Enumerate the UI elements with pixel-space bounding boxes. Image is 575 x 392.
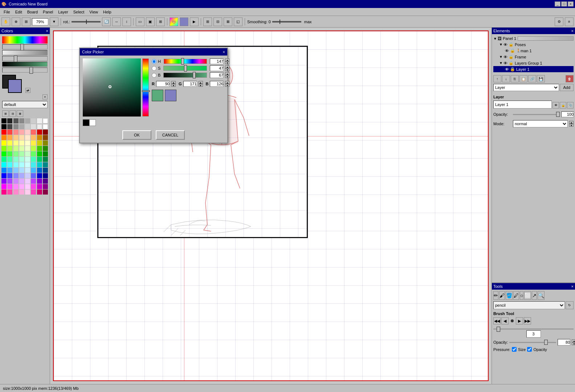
rotate-btn[interactable]: 🔄 xyxy=(102,17,111,26)
palette-cell-82[interactable] xyxy=(13,179,19,184)
palette-cell-24[interactable] xyxy=(1,140,7,146)
palette-cell-40[interactable] xyxy=(1,151,7,156)
palette-cell-39[interactable] xyxy=(43,146,48,151)
palette-cell[interactable] xyxy=(19,118,24,123)
menu-board[interactable]: Board xyxy=(25,9,40,15)
white-swatch[interactable] xyxy=(89,119,96,126)
tool-opacity-up[interactable]: ▲ xyxy=(572,339,575,342)
color-btn[interactable]: 🎨 xyxy=(170,17,178,26)
tree-man1[interactable]: 👁 🔒 🚶 man 1 xyxy=(493,48,574,54)
palette-white[interactable] xyxy=(43,118,48,123)
color2-btn[interactable] xyxy=(180,17,188,26)
h-value-input[interactable] xyxy=(210,58,224,64)
tree-layers-group[interactable]: ▼ 👁 🔒 Layers Group 1 xyxy=(493,60,574,66)
palette-cell-5[interactable] xyxy=(31,124,36,129)
layer-up-btn[interactable]: ↑ xyxy=(493,75,501,82)
palette-cell-28[interactable] xyxy=(25,140,30,146)
tree-frame[interactable]: ▼ 👁 🔒 Frame xyxy=(493,54,574,60)
tool-opacity-down[interactable]: ▼ xyxy=(572,342,575,345)
palette-cell-15[interactable] xyxy=(43,130,48,135)
h-spin-up[interactable]: ▲ xyxy=(225,58,229,61)
opacity-num[interactable] xyxy=(561,111,574,117)
tool-pen[interactable]: 🖊 xyxy=(513,291,519,300)
palette-cell-52[interactable] xyxy=(25,157,30,162)
layer-eye-btn[interactable]: 👁 xyxy=(552,102,559,109)
b2-value-input[interactable] xyxy=(210,81,224,87)
layer-link-btn[interactable]: 🔗 xyxy=(528,75,536,82)
opacity-slider[interactable] xyxy=(513,114,560,115)
b2-spin-up[interactable]: ▲ xyxy=(225,81,229,84)
palette-cell-86[interactable] xyxy=(37,179,42,184)
palette-cell-93[interactable] xyxy=(31,184,36,189)
palette-cell-89[interactable] xyxy=(7,184,12,189)
view1-btn[interactable]: ⊞ xyxy=(203,17,212,26)
palette-cell-81[interactable] xyxy=(7,179,12,184)
color-tool-3[interactable]: ⊠ xyxy=(17,110,23,117)
palette-cell[interactable] xyxy=(31,118,36,123)
palette-cell-78[interactable] xyxy=(37,173,42,178)
layer-save-btn[interactable]: 💾 xyxy=(537,75,545,82)
palette-cell-34[interactable] xyxy=(13,146,19,151)
palette-cell-33[interactable] xyxy=(7,146,12,151)
tool-fill[interactable]: 🪣 xyxy=(506,291,513,300)
palette-cell-19[interactable] xyxy=(19,135,24,140)
zoom-dropdown[interactable]: ▼ xyxy=(50,17,58,26)
palette-cell-75[interactable] xyxy=(19,173,24,178)
layer-down-btn[interactable]: ↓ xyxy=(502,75,510,82)
palette-cell-76[interactable] xyxy=(25,173,30,178)
b2-spin-down[interactable]: ▼ xyxy=(225,84,229,87)
palette-cell-44[interactable] xyxy=(25,151,30,156)
expand-poses[interactable]: ▼ xyxy=(499,42,503,46)
palette-cell-51[interactable] xyxy=(19,157,24,162)
palette-cell-31[interactable] xyxy=(43,140,48,146)
tool-pencil[interactable]: ✏ xyxy=(493,291,498,300)
r-spin-up[interactable]: ▲ xyxy=(171,81,176,84)
tree-panel1[interactable]: ▼ 🖼 Panel 1 xyxy=(493,36,574,41)
palette-cell-73[interactable] xyxy=(7,173,12,178)
bright-slider[interactable] xyxy=(2,68,48,73)
palette-cell-54[interactable] xyxy=(37,157,42,162)
swap-colors-btn[interactable]: ⇄ xyxy=(25,88,30,93)
layer-name-input[interactable] xyxy=(493,101,552,109)
view3-btn[interactable]: ⊠ xyxy=(224,17,232,26)
tool-move[interactable]: ⊕ xyxy=(12,17,20,26)
palette-cell-97[interactable] xyxy=(7,189,12,195)
palette-cell-102[interactable] xyxy=(37,189,42,195)
palette-cell-87[interactable] xyxy=(43,179,48,184)
palette-cell-100[interactable] xyxy=(25,189,30,195)
b-spin-up[interactable]: ▲ xyxy=(225,72,229,75)
palette-black[interactable] xyxy=(1,118,7,123)
palette-cell-92[interactable] xyxy=(25,184,30,189)
maximize-button[interactable]: □ xyxy=(561,1,567,7)
palette-cell-32[interactable] xyxy=(1,146,7,151)
tool-select[interactable]: ↗ xyxy=(532,291,537,300)
menu-edit[interactable]: Edit xyxy=(13,9,24,15)
b-radio[interactable] xyxy=(152,73,156,78)
palette-cell-94[interactable] xyxy=(37,184,42,189)
palette-cell-96[interactable] xyxy=(1,189,7,195)
more-btn[interactable]: ≡ xyxy=(565,17,574,26)
canvas-area[interactable]: Color Picker × xyxy=(50,28,492,384)
palette-cell-41[interactable] xyxy=(7,151,12,156)
palette-cell-77[interactable] xyxy=(31,173,36,178)
palette-cell-13[interactable] xyxy=(31,130,36,135)
palette-cell-71[interactable] xyxy=(43,168,48,173)
settings-btn[interactable]: ⚙ xyxy=(555,17,563,26)
brush-size-ll[interactable]: ◀◀ xyxy=(493,317,501,324)
palette-cell-29[interactable] xyxy=(31,140,36,146)
elements-close[interactable]: × xyxy=(571,29,574,33)
tools-close[interactable]: × xyxy=(571,284,574,289)
menu-view[interactable]: View xyxy=(87,9,100,15)
tool-opacity-slider[interactable] xyxy=(509,342,556,343)
add-layer-btn[interactable]: Add xyxy=(560,84,574,91)
palette-cell-103[interactable] xyxy=(43,189,48,195)
palette-cell-43[interactable] xyxy=(19,151,24,156)
palette-cell-26[interactable] xyxy=(13,140,19,146)
palette-cell-11[interactable] xyxy=(19,130,24,135)
hue-slider[interactable] xyxy=(2,44,48,49)
expand-panel1[interactable]: ▼ xyxy=(493,37,497,41)
layer-ref-btn[interactable]: 📎 xyxy=(567,102,574,109)
palette-cell[interactable] xyxy=(37,118,42,123)
cancel-button[interactable]: CANCEL xyxy=(156,130,185,140)
palette-cell-20[interactable] xyxy=(25,135,30,140)
